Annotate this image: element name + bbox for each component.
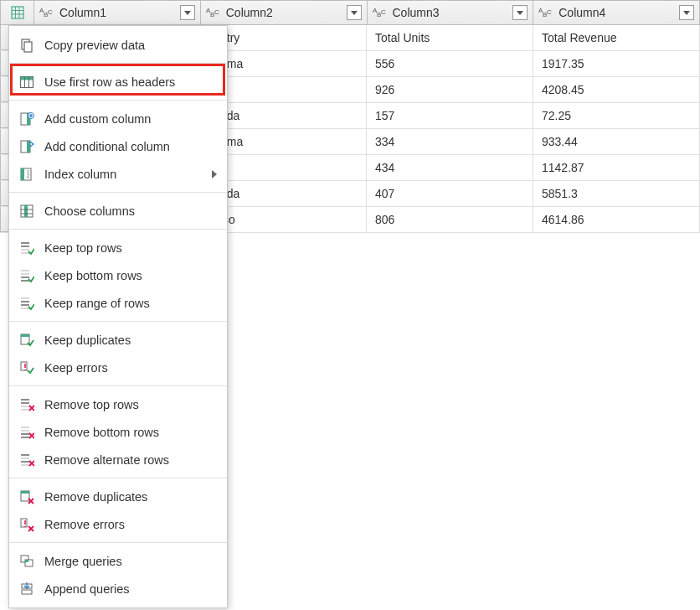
cell[interactable]: 4208.45 [533, 77, 700, 102]
cell[interactable]: 556 [367, 51, 533, 76]
remove-errors-icon [18, 515, 36, 534]
menu-merge-queries[interactable]: Merge queries [9, 547, 227, 575]
svg-rect-51 [21, 334, 29, 337]
svg-text:2: 2 [27, 173, 30, 178]
remove-bottom-icon [18, 423, 36, 442]
svg-text:C: C [547, 8, 552, 16]
menu-separator [9, 542, 227, 543]
menu-use-first-row-headers[interactable]: Use first row as headers [9, 68, 227, 96]
menu-separator [9, 100, 227, 101]
conditional-column-icon [18, 137, 36, 156]
menu-append-queries[interactable]: Append queries [9, 575, 227, 602]
keep-errors-icon [18, 359, 36, 377]
menu-label: Remove errors [44, 518, 125, 531]
cell[interactable]: 926 [367, 77, 533, 102]
cell[interactable]: 1917.35 [533, 51, 700, 76]
column-name: Column4 [558, 6, 679, 19]
svg-rect-52 [21, 362, 27, 370]
cell[interactable]: Total Revenue [533, 25, 700, 50]
menu-remove-errors[interactable]: Remove errors [9, 510, 227, 538]
cell[interactable]: 434 [367, 155, 533, 180]
svg-rect-0 [12, 7, 23, 18]
menu-keep-errors[interactable]: Keep errors [9, 354, 227, 381]
menu-label: Choose columns [44, 204, 135, 218]
filter-dropdown-icon[interactable] [512, 5, 528, 20]
column-header-row: ABC Column1 ABC Column2 ABC Column3 ABC … [0, 0, 700, 25]
table-icon [11, 6, 24, 19]
menu-keep-bottom-rows[interactable]: Keep bottom rows [9, 261, 227, 289]
column-header-2[interactable]: ABC Column2 [200, 0, 367, 25]
menu-label: Add conditional column [44, 140, 170, 153]
table-context-menu: Copy preview data Use first row as heade… [8, 25, 228, 608]
column-name: Column3 [393, 6, 513, 19]
table-corner-button[interactable] [0, 0, 33, 25]
menu-label: Copy preview data [44, 39, 145, 52]
menu-choose-columns[interactable]: Choose columns [9, 197, 227, 225]
filter-dropdown-icon[interactable] [180, 5, 195, 20]
cell[interactable]: 407 [367, 181, 533, 206]
copy-icon [18, 36, 36, 54]
menu-keep-duplicates[interactable]: Keep duplicates [9, 326, 227, 354]
keep-duplicates-icon [18, 331, 36, 349]
menu-label: Merge queries [44, 555, 122, 568]
text-type-icon: ABC [206, 6, 221, 19]
menu-copy-preview[interactable]: Copy preview data [9, 31, 227, 59]
cell[interactable]: 334 [367, 129, 533, 154]
headers-icon [18, 73, 36, 91]
svg-rect-35 [24, 205, 28, 217]
menu-label: Use first row as headers [44, 75, 175, 89]
merge-icon [18, 552, 36, 571]
menu-label: Add custom column [44, 112, 151, 126]
cell[interactable]: Total Units [367, 25, 533, 50]
menu-remove-top-rows[interactable]: Remove top rows [9, 390, 227, 418]
svg-rect-70 [25, 560, 28, 562]
index-column-icon: 12 [18, 165, 36, 184]
menu-label: Append queries [44, 582, 130, 596]
menu-label: Keep top rows [44, 241, 122, 255]
menu-remove-alternate-rows[interactable]: Remove alternate rows [9, 446, 227, 473]
cell[interactable]: 72.25 [533, 103, 700, 128]
cell[interactable]: 1142.87 [533, 155, 700, 180]
append-icon [18, 580, 36, 598]
cell[interactable]: 5851.3 [533, 181, 700, 206]
column-name: Column2 [226, 6, 347, 19]
keep-top-icon [18, 239, 36, 257]
menu-keep-range-rows[interactable]: Keep range of rows [9, 289, 227, 317]
menu-keep-top-rows[interactable]: Keep top rows [9, 234, 227, 261]
svg-rect-67 [21, 519, 27, 527]
menu-add-conditional-column[interactable]: Add conditional column [9, 132, 227, 160]
menu-label: Remove top rows [44, 398, 139, 411]
keep-range-icon [18, 294, 36, 313]
column-header-3[interactable]: ABC Column3 [367, 0, 533, 25]
svg-text:C: C [214, 8, 219, 16]
menu-separator [9, 192, 227, 193]
column-header-4[interactable]: ABC Column4 [533, 0, 700, 25]
remove-duplicates-icon [18, 488, 36, 506]
menu-label: Remove duplicates [44, 490, 147, 504]
cell[interactable]: 806 [367, 207, 533, 232]
svg-rect-29 [27, 141, 30, 152]
menu-index-column[interactable]: 12 Index column [9, 160, 227, 188]
keep-bottom-icon [18, 266, 36, 285]
menu-label: Keep duplicates [44, 333, 131, 347]
column-header-1[interactable]: ABC Column1 [33, 0, 200, 25]
menu-add-custom-column[interactable]: Add custom column [9, 105, 227, 132]
add-column-icon [18, 110, 36, 128]
menu-separator [9, 321, 227, 322]
text-type-icon: ABC [39, 6, 54, 19]
cell[interactable]: 157 [367, 103, 533, 128]
filter-dropdown-icon[interactable] [347, 5, 362, 20]
svg-rect-20 [21, 76, 33, 80]
cell[interactable]: 933.44 [533, 129, 700, 154]
cell[interactable]: 4614.86 [533, 207, 700, 232]
menu-separator [9, 478, 227, 478]
menu-remove-bottom-rows[interactable]: Remove bottom rows [9, 418, 227, 446]
menu-remove-duplicates[interactable]: Remove duplicates [9, 483, 227, 510]
menu-label: Index column [44, 168, 116, 181]
svg-rect-18 [24, 42, 32, 52]
svg-text:C: C [381, 8, 386, 16]
submenu-arrow-icon [212, 170, 217, 178]
filter-dropdown-icon[interactable] [679, 5, 694, 20]
choose-columns-icon [18, 202, 36, 220]
svg-rect-31 [21, 168, 24, 180]
